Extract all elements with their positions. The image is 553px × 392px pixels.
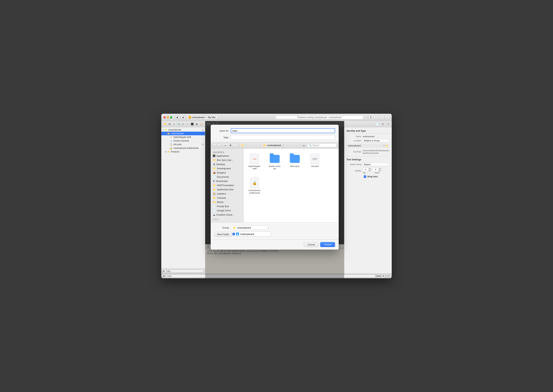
cancel-button[interactable]: Cancel <box>304 242 319 247</box>
file-inspector-icon[interactable]: 📄 <box>375 122 379 126</box>
name-value: nostoryboard <box>363 135 390 138</box>
group-folder-icon: 📁 <box>233 226 236 229</box>
indent-down-btn[interactable]: ▼ <box>378 169 381 171</box>
baselproj-file-label: Base.lproj <box>290 165 299 168</box>
hwstranslation-icon: 📁 <box>213 184 216 187</box>
location-popup-value: Relative to Group <box>364 140 380 142</box>
file-item-entitlements[interactable]: 🔒 nostoryboard.entitlements <box>247 176 262 195</box>
target-checkbox[interactable]: ✓ <box>232 233 235 235</box>
sidebar-item-applications[interactable]: 🅰 Applications <box>211 154 243 158</box>
text-settings-title: Text Settings <box>347 158 390 161</box>
history-inspector-icon[interactable]: ⏱ <box>381 122 385 126</box>
group-selector[interactable]: 📁 nostoryboard <box>231 225 271 230</box>
tab-down-btn[interactable]: ▼ <box>369 169 371 171</box>
expand-btn[interactable]: ▲ <box>302 144 306 147</box>
navigator-filter-input[interactable]: Filter <box>165 270 203 273</box>
sidebar-item-spideroak[interactable]: 📁 SpiderOak Hive <box>211 187 243 192</box>
browse-folder-icon[interactable]: 📁 <box>385 145 388 147</box>
project-badge[interactable]: X nostoryboard — My Mac <box>187 116 217 119</box>
folder-name-text: nostoryboard <box>348 144 383 147</box>
wrap-lines-checkbox[interactable]: ✓ <box>364 175 366 178</box>
auto-status-btn[interactable]: Auto <box>377 274 380 278</box>
sidebar-item-home[interactable]: 🏠 szabolcs <box>211 192 243 196</box>
save-as-input[interactable] <box>231 128 335 133</box>
inspector-panel: 📄 ⏱ ? Identity and Type Name nostoryboar… <box>344 121 392 273</box>
titlebar-right-buttons: ⊞ ⬚ ⬚ ⬚ <box>368 116 390 119</box>
location-popup-browser[interactable]: 📁 nostoryboard ▲ ▼ <box>261 143 286 148</box>
maximize-button[interactable] <box>170 116 172 119</box>
folder-name-row: nostoryboard ✕ 📁 <box>347 144 390 148</box>
layout-btn-1[interactable]: ⬚ <box>374 116 378 119</box>
sidebar-item-box[interactable]: 📁 Box Sync (tsz... <box>211 158 243 162</box>
name-key: Name <box>347 135 361 138</box>
products-toggle[interactable]: ▶ <box>165 150 167 153</box>
tab-button[interactable]: ⊞ <box>368 116 373 119</box>
tags-input[interactable] <box>231 135 335 140</box>
nav-search-icon[interactable]: 🔍 <box>177 122 181 126</box>
clear-folder-icon[interactable]: ✕ <box>383 145 385 147</box>
indent-using-popup[interactable]: Spaces ⌄ <box>363 163 390 166</box>
tree-folder-toggle[interactable]: ▼ <box>165 132 167 135</box>
file-item-infoplist[interactable]: PLIST Info.plist <box>308 152 322 171</box>
nav-breakpoint-icon[interactable]: ◆ <box>195 122 199 126</box>
tree-item-appdelegate[interactable]: S AppDelegate.swift <box>161 135 205 139</box>
sidebar-item-downloads[interactable]: ⬇ Downloads <box>211 179 243 183</box>
create-button[interactable]: Create <box>320 242 335 247</box>
sidebar-item-development[interactable]: 📁 Development <box>211 166 243 171</box>
tree-item-root[interactable]: ▼ 📁 nostoryboard M <box>161 128 205 132</box>
nav-report-icon[interactable]: 📋 <box>199 122 203 126</box>
file-item-assets[interactable]: Assets.xcassets <box>267 152 282 171</box>
nav-debug-icon[interactable]: ⬛ <box>190 122 194 126</box>
nav-folder-icon[interactable]: 📁 <box>163 122 167 126</box>
close-button[interactable] <box>163 116 166 119</box>
file-item-appdelegate[interactable]: .swift AppDelegate.swift <box>247 152 262 171</box>
new-folder-top-btn[interactable]: 📁 <box>240 144 245 147</box>
titlebar-nav-buttons: ▶ ■ <box>175 116 185 119</box>
tree-item-nostoryboard-folder[interactable]: ▼ 📂 nostoryboard <box>161 132 205 135</box>
minimize-button[interactable] <box>167 116 169 119</box>
tab-label: Tab <box>363 172 369 174</box>
nav-test-icon[interactable]: ✓ <box>186 122 190 126</box>
layout-btn-3[interactable]: ⬚ <box>385 116 390 119</box>
layout-btn-2[interactable]: ⬚ <box>379 116 384 119</box>
help-inspector-icon[interactable]: ? <box>386 122 390 126</box>
back-arrow[interactable]: ‹ <box>213 144 217 147</box>
tree-toggle[interactable]: ▼ <box>162 128 165 131</box>
sidebar-item-private-box[interactable]: 📄 Private Box <box>211 204 243 209</box>
nav-diff-icon[interactable]: ⊞ <box>168 122 172 126</box>
indent-up-btn[interactable]: ▲ <box>378 168 381 169</box>
sidebar-item-hwstranslation[interactable]: 📁 HWSTranslation <box>211 183 243 187</box>
add-icon[interactable]: + <box>163 275 165 278</box>
widths-key: Widths <box>347 170 361 172</box>
tree-item-products[interactable]: ▶ 📁 Products <box>161 150 205 154</box>
sidebar-item-works[interactable]: 📁 Works <box>211 200 243 204</box>
sidebar-item-desktop[interactable]: 🖥 Desktop <box>211 162 243 166</box>
tree-item-entitlements[interactable]: 🔒 nostoryboard.entitlements <box>161 146 205 150</box>
eye-status-btn[interactable]: 👁 <box>381 274 385 278</box>
tree-item-assets[interactable]: 🗂 Assets.xcassets <box>161 139 205 143</box>
target-item[interactable]: ✓ nostoryboard <box>231 232 271 236</box>
sidebar-item-dropbox[interactable]: 📦 Dropbox <box>211 171 243 175</box>
info-status-btn[interactable]: ⓘ <box>386 274 390 278</box>
location-popup[interactable]: Relative to Group ⌄ <box>363 139 390 142</box>
add-file-icon[interactable]: + <box>163 270 164 273</box>
tree-item-infoplist[interactable]: 📋 Info.plist M <box>161 143 205 146</box>
sidebar-item-documents[interactable]: 📄 Documents <box>211 175 243 179</box>
view-column-btn[interactable]: ⋮ <box>233 144 238 147</box>
nav-issue-icon[interactable]: ⚠ <box>181 122 185 126</box>
sidebar-item-creative-cloud[interactable]: ☁ Creative Cloud... <box>211 213 243 217</box>
view-grid-btn[interactable]: ⊞ <box>228 144 233 147</box>
play-button[interactable]: ▶ <box>175 116 180 119</box>
box-icon: 📁 <box>213 159 216 161</box>
forward-arrow[interactable]: › <box>217 144 221 147</box>
new-folder-button[interactable]: New Folder <box>214 232 232 237</box>
sidebar-item-google-drive[interactable]: 📄 Google Drive <box>211 209 243 213</box>
sidebar-item-tutorials[interactable]: 📁 Tutorials <box>211 196 243 200</box>
search-field[interactable]: 🔍 Search <box>307 144 336 147</box>
file-item-baselproj[interactable]: Base.lproj <box>287 152 302 171</box>
tab-up-btn[interactable]: ▲ <box>369 168 371 169</box>
nav-symbol-icon[interactable]: ± <box>172 122 176 126</box>
stop-button[interactable]: ■ <box>181 116 185 119</box>
view-list-btn[interactable]: ≡ <box>223 144 228 147</box>
tab-stepper: 4 ▲ ▼ <box>363 168 371 171</box>
